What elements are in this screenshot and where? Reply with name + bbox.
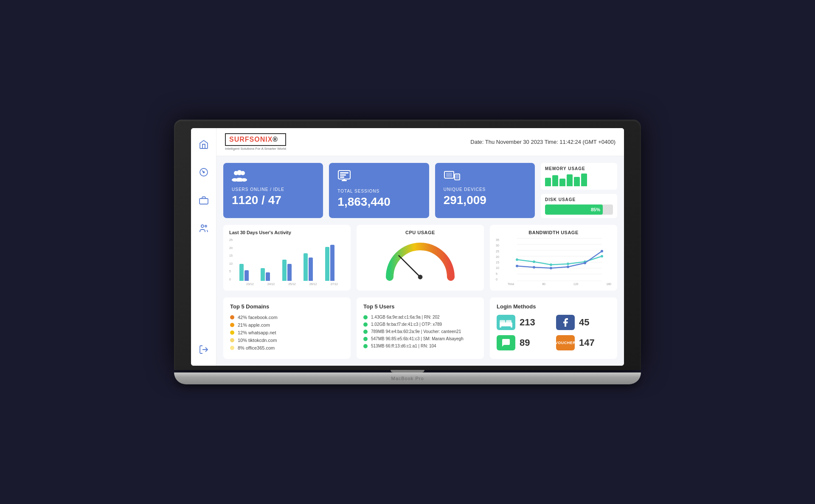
- top-users-card: Top 5 Users 1.43GB 6a:9e:ad:c1:6a:9a | R…: [357, 297, 484, 359]
- line-chart-x: Time60120180: [496, 283, 611, 286]
- disk-bar-fill: 85%: [545, 204, 603, 215]
- charts-row: Last 30 Days User's Activity 2520151050: [223, 225, 617, 291]
- laptop-shell: SURFSONIX® Intelligent Solutions For A S…: [174, 120, 641, 384]
- login-facebook: 45: [556, 315, 610, 330]
- voucher-icon: VOUCHER: [556, 335, 575, 350]
- user-dot-1: [363, 315, 368, 319]
- user-item-3: 789MB 94:e4:ba:60:2a:9e | Voucher: cante…: [363, 329, 477, 334]
- sidebar-briefcase-icon[interactable]: [196, 193, 211, 208]
- sessions-value: 1,863,440: [337, 195, 391, 209]
- bar-group-1: [239, 264, 259, 281]
- users-card: USERS ONLINE / IDLE 1120 / 47: [223, 163, 323, 218]
- bar-teal-5: [325, 247, 329, 281]
- user-dot-3: [363, 330, 368, 334]
- disk-percent: 85%: [591, 207, 600, 212]
- login-methods-title: Login Methods: [497, 303, 610, 310]
- logo: SURFSONIX®: [225, 133, 286, 146]
- y-labels: 2520151050: [229, 238, 233, 281]
- svg-point-39: [533, 266, 535, 269]
- disk-bar-container: 85%: [545, 204, 613, 215]
- disk-box: DISK USAGE 85%: [541, 194, 617, 218]
- activity-chart-card: Last 30 Days User's Activity 2520151050: [223, 225, 351, 291]
- svg-rect-45: [500, 320, 505, 324]
- svg-point-1: [203, 172, 204, 173]
- top-users-title: Top 5 Users: [363, 303, 477, 310]
- facebook-icon: [556, 315, 575, 330]
- bar-group-5: [325, 245, 345, 281]
- login-methods-grid: 213 45: [497, 315, 610, 350]
- bar-chart-area: 2520151050: [229, 238, 345, 281]
- line-chart-area: 35302520151050: [496, 238, 611, 281]
- devices-icon: [444, 170, 461, 185]
- sessions-icon: [337, 170, 351, 186]
- svg-point-40: [550, 267, 552, 269]
- bar-teal-2: [261, 268, 265, 281]
- sidebar-dashboard-icon[interactable]: [196, 165, 211, 180]
- bar-group-4: [304, 253, 323, 281]
- resource-widget: MEMORY USAGE: [541, 163, 617, 218]
- top-domains-title: Top 5 Domains: [230, 303, 344, 310]
- sessions-label: TOTAL SESSIONS: [337, 189, 379, 193]
- domain-item-3: 12% whatsapp.net: [230, 330, 344, 335]
- bandwidth-chart-title: BANDWIDTH USAGE: [496, 230, 611, 235]
- devices-card: UNIQUE DEVICES 291,009: [435, 163, 535, 218]
- svg-point-34: [550, 263, 552, 266]
- svg-rect-14: [340, 174, 346, 176]
- dashboard-body: USERS ONLINE / IDLE 1120 / 47: [216, 156, 624, 366]
- sidebar-home-icon[interactable]: [196, 137, 211, 152]
- login-voucher: VOUCHER 147: [556, 335, 610, 350]
- svg-rect-46: [506, 320, 511, 324]
- screen-bezel: SURFSONIX® Intelligent Solutions For A S…: [174, 120, 641, 370]
- login-methods-card: Login Methods: [490, 297, 617, 359]
- bar-blue-2: [266, 272, 270, 281]
- sms-icon: [497, 335, 515, 350]
- bar-blue-3: [287, 264, 292, 281]
- cpu-chart-title: CPU USAGE: [363, 230, 478, 235]
- user-dot-4: [363, 337, 368, 341]
- svg-point-38: [516, 265, 518, 267]
- domain-dot-5: [230, 346, 234, 350]
- mem-bar-6: [581, 174, 587, 186]
- bar-x-labels: 23/1224/1225/1226/1227/12: [229, 283, 345, 286]
- svg-rect-21: [455, 175, 459, 179]
- svg-point-23: [418, 275, 423, 280]
- mem-bar-5: [574, 177, 580, 186]
- svg-rect-47: [500, 325, 501, 328]
- users-label: USERS ONLINE / IDLE: [232, 187, 284, 192]
- login-hotel: 213: [497, 315, 551, 330]
- line-chart-y: 35302520151050: [496, 238, 499, 281]
- hotel-count: 213: [520, 317, 535, 328]
- domain-dot-1: [230, 315, 234, 319]
- logo-tagline: Intelligent Solutions For A Smarter Worl…: [225, 147, 286, 151]
- sidebar-users-icon[interactable]: [196, 221, 211, 236]
- sidebar-logout-icon[interactable]: [196, 342, 211, 357]
- bar-blue-1: [244, 270, 249, 281]
- users-value: 1120 / 47: [232, 193, 281, 207]
- user-item-2: 1.02GB fe:ba:f7:de:41:c3 | OTP: x789: [363, 322, 477, 327]
- domain-item-5: 8% office365.com: [230, 345, 344, 350]
- domain-item-4: 10% tiktokcdn.com: [230, 338, 344, 343]
- svg-point-41: [567, 266, 569, 268]
- svg-point-3: [201, 225, 204, 227]
- bar-group-3: [282, 260, 302, 281]
- gauge-svg: [382, 238, 458, 285]
- bar-blue-4: [309, 258, 313, 281]
- bar-blue-5: [330, 245, 334, 281]
- main-content: SURFSONIX® Intelligent Solutions For A S…: [216, 128, 624, 366]
- user-item-5: 513MB 66:ff:13:d6:c1:a1 | RN: 104: [363, 344, 477, 348]
- users-icon: [232, 170, 247, 185]
- svg-rect-2: [200, 199, 208, 204]
- bar-teal-3: [282, 260, 287, 281]
- svg-rect-19: [446, 173, 452, 177]
- user-dot-5: [363, 344, 368, 348]
- devices-value: 291,009: [444, 193, 486, 207]
- domain-dot-4: [230, 338, 234, 342]
- stats-row: USERS ONLINE / IDLE 1120 / 47: [223, 163, 617, 218]
- svg-point-33: [533, 260, 535, 263]
- memory-box: MEMORY USAGE: [541, 163, 617, 190]
- svg-point-11: [241, 178, 247, 182]
- facebook-count: 45: [579, 317, 589, 328]
- logo-area: SURFSONIX® Intelligent Solutions For A S…: [225, 133, 286, 151]
- screen: SURFSONIX® Intelligent Solutions For A S…: [191, 128, 624, 366]
- user-dot-2: [363, 322, 368, 327]
